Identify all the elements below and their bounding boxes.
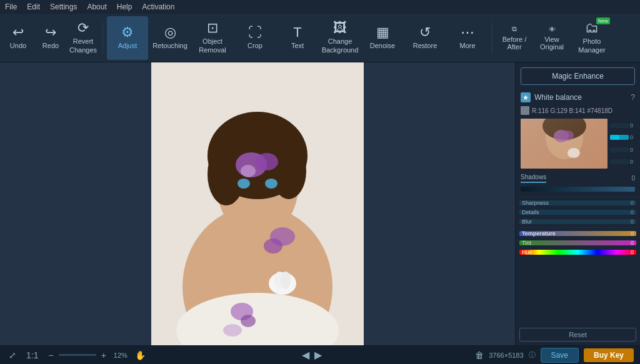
mini-slider-4[interactable]: 0 xyxy=(610,159,635,165)
thumbnail-overlay xyxy=(521,119,608,169)
before-after-button[interactable]: ⧉ Before /After xyxy=(496,16,532,60)
details-value: 0 xyxy=(631,209,634,215)
object-removal-icon: ⊡ xyxy=(207,21,218,35)
svg-point-14 xyxy=(264,239,282,253)
sharpness-slider-row[interactable]: Sharpness 0 xyxy=(519,200,636,205)
redo-label: Redo xyxy=(42,42,59,50)
restore-icon: ↺ xyxy=(419,26,431,39)
info-icon[interactable]: ⓘ xyxy=(529,350,536,360)
buy-key-button[interactable]: Buy Key xyxy=(584,348,634,362)
portrait-svg xyxy=(151,62,364,345)
tint-slider-row[interactable]: Tint 0 xyxy=(519,240,636,245)
statusbar: ⤢ 1:1 − + 12% ✋ ◀ ▶ 🗑 3766×5183 ⓘ Save B… xyxy=(0,345,640,364)
menu-settings[interactable]: Settings xyxy=(50,2,77,11)
white-balance-help[interactable]: ? xyxy=(631,93,635,102)
view-original-icon: 👁 xyxy=(549,26,556,33)
white-balance-icon xyxy=(521,92,531,102)
svg-point-17 xyxy=(281,272,291,289)
shadows-slider-row[interactable] xyxy=(521,187,635,192)
redo-button[interactable]: ↪ Redo xyxy=(35,16,66,60)
retouching-button[interactable]: ◎ Retouching xyxy=(149,16,191,60)
retouching-icon: ◎ xyxy=(164,26,176,39)
svg-point-20 xyxy=(223,324,242,337)
menu-help[interactable]: Help xyxy=(117,2,132,11)
temperature-slider-row[interactable]: Temperature 0 xyxy=(519,231,636,236)
blur-value: 0 xyxy=(631,219,634,225)
svg-point-11 xyxy=(256,153,278,170)
zoom-label: 12% xyxy=(114,352,128,359)
photo-container xyxy=(151,62,364,345)
status-right: 🗑 3766×5183 ⓘ Save Buy Key xyxy=(475,348,634,363)
zoom-out-button[interactable]: − xyxy=(46,349,56,362)
restore-label: Restore xyxy=(413,42,438,50)
undo-button[interactable]: ↩ Undo xyxy=(2,16,34,60)
mini-slider-2[interactable]: 0 xyxy=(610,134,635,140)
reset-button[interactable]: Reset xyxy=(519,328,636,342)
mini-slider-1[interactable]: 0 xyxy=(610,122,635,129)
revert-icon: ⟳ xyxy=(78,21,89,35)
prev-photo-button[interactable]: ◀ xyxy=(302,349,309,361)
denoise-label: Denoise xyxy=(370,42,395,50)
more-button[interactable]: ⋯ More xyxy=(447,16,488,60)
next-photo-button[interactable]: ▶ xyxy=(314,349,322,361)
sharpness-label: Sharpness xyxy=(522,200,549,206)
menu-file[interactable]: File xyxy=(5,2,17,11)
blur-slider-row[interactable]: Blur 0 xyxy=(519,219,636,224)
details-slider-row[interactable]: Details 0 xyxy=(519,210,636,215)
denoise-button[interactable]: ▦ Denoise xyxy=(362,16,403,60)
svg-point-7 xyxy=(271,143,306,199)
shadows-section: Shadows 0 xyxy=(516,172,640,184)
revert-button[interactable]: ⟳ RevertChanges xyxy=(68,16,99,60)
save-button[interactable]: Save xyxy=(541,348,579,363)
sharpness-value: 0 xyxy=(631,200,634,206)
mini-slider-3[interactable]: 0 xyxy=(610,147,635,153)
mini-val-2: 0 xyxy=(630,134,635,140)
menubar: File Edit Settings About Help Activation xyxy=(0,0,640,14)
change-background-button[interactable]: 🖼 ChangeBackground xyxy=(319,16,361,60)
denoise-icon: ▦ xyxy=(376,26,389,39)
change-background-icon: 🖼 xyxy=(333,21,347,35)
object-removal-button[interactable]: ⊡ ObjectRemoval xyxy=(192,16,233,60)
crop-button[interactable]: ⛶ Crop xyxy=(234,16,276,60)
magic-enhance-button[interactable]: Magic Enhance xyxy=(521,67,635,85)
more-icon: ⋯ xyxy=(461,26,474,39)
status-center: ◀ ▶ xyxy=(154,349,469,361)
mini-val-1: 0 xyxy=(630,122,635,129)
thumbnail-image xyxy=(521,119,608,169)
photo-manager-label: PhotoManager xyxy=(578,37,605,54)
hand-tool-button[interactable]: ✋ xyxy=(132,349,148,362)
svg-point-9 xyxy=(265,179,278,189)
zoom-slider[interactable] xyxy=(59,354,96,356)
divider-2 xyxy=(519,227,636,228)
hue-slider-row[interactable]: Hue 0 xyxy=(519,250,636,255)
menu-edit[interactable]: Edit xyxy=(27,2,40,11)
photo-manager-button[interactable]: New 🗂 PhotoManager xyxy=(571,16,612,60)
text-icon: T xyxy=(293,26,301,39)
adjust-button[interactable]: ⚙ Adjust xyxy=(107,16,148,60)
zoom-1to1-button[interactable]: 1:1 xyxy=(24,349,41,362)
restore-button[interactable]: ↺ Restore xyxy=(404,16,446,60)
main-area: Magic Enhance White balance ? R:116 G:12… xyxy=(0,62,640,345)
svg-point-19 xyxy=(241,315,256,327)
canvas-area[interactable] xyxy=(0,62,515,345)
toolbar: ↩ Undo ↪ Redo ⟳ RevertChanges ⚙ Adjust ◎… xyxy=(0,14,640,62)
menu-about[interactable]: About xyxy=(87,2,106,11)
zoom-in-button[interactable]: + xyxy=(99,349,109,362)
shadows-tab[interactable]: Shadows xyxy=(521,174,546,183)
svg-point-6 xyxy=(208,143,245,205)
text-button[interactable]: T Text xyxy=(277,16,318,60)
adjust-icon: ⚙ xyxy=(121,26,134,39)
menu-activation[interactable]: Activation xyxy=(142,2,174,11)
view-original-label: View Original xyxy=(534,36,570,51)
toolbar-separator-1 xyxy=(102,22,103,54)
fit-to-screen-button[interactable]: ⤢ xyxy=(6,349,19,362)
view-original-button[interactable]: 👁 View Original xyxy=(534,16,570,60)
hue-label: Hue xyxy=(522,249,532,255)
shadows-value: 0 xyxy=(631,175,635,182)
before-after-label: Before /After xyxy=(502,36,527,51)
thumbnail-sliders: 0 0 0 0 xyxy=(610,119,635,169)
adjustment-sliders: Sharpness 0 Details 0 Blur 0 xyxy=(516,199,640,324)
delete-button[interactable]: 🗑 xyxy=(475,350,484,360)
undo-label: Undo xyxy=(10,42,26,50)
photo-canvas xyxy=(151,62,364,345)
